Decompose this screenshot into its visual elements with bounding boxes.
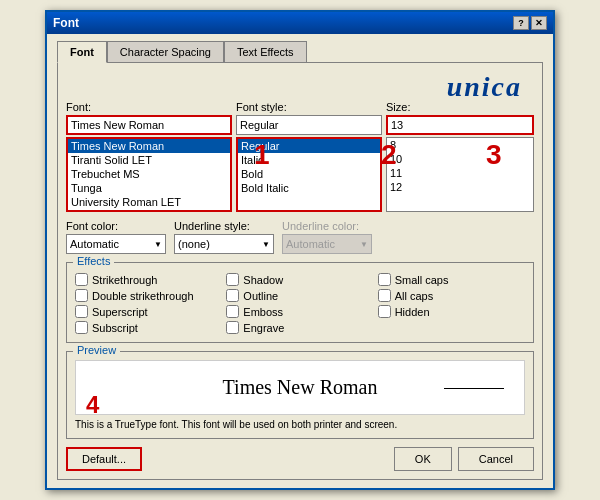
ok-cancel-buttons: OK Cancel	[394, 447, 534, 471]
underline-style-value: (none)	[178, 238, 210, 250]
size-input[interactable]	[386, 115, 534, 135]
preview-text: Times New Roman	[223, 376, 378, 399]
hidden-checkbox[interactable]: Hidden	[378, 305, 525, 318]
red-label-4: 4	[86, 391, 99, 419]
underline-color-group: Underline color: Automatic ▼	[282, 220, 372, 254]
title-bar-buttons: ? ✕	[513, 16, 547, 30]
tab-font[interactable]: Font	[57, 41, 107, 63]
underline-color-select: Automatic ▼	[282, 234, 372, 254]
all-caps-input[interactable]	[378, 289, 391, 302]
dialog-title: Font	[53, 16, 79, 30]
preview-box: 4 Times New Roman	[75, 360, 525, 415]
double-strikethrough-checkbox[interactable]: Double strikethrough	[75, 289, 222, 302]
small-caps-input[interactable]	[378, 273, 391, 286]
underline-style-group: Underline style: (none) ▼	[174, 220, 274, 254]
size-listbox[interactable]: 8 10 11 12	[386, 137, 534, 212]
ok-button[interactable]: OK	[394, 447, 452, 471]
default-button[interactable]: Default...	[66, 447, 142, 471]
tab-text-effects[interactable]: Text Effects	[224, 41, 307, 63]
unica-logo: unica	[447, 71, 522, 103]
font-listbox[interactable]: Times New Roman Tiranti Solid LET Trebuc…	[66, 137, 232, 212]
underline-color-arrow-icon: ▼	[360, 240, 368, 249]
font-fields-row: Font: Times New Roman Tiranti Solid LET …	[66, 101, 534, 212]
title-bar: Font ? ✕	[47, 12, 553, 34]
font-color-value: Automatic	[70, 238, 119, 250]
superscript-input[interactable]	[75, 305, 88, 318]
preview-underline	[444, 388, 504, 389]
style-label: Font style:	[236, 101, 382, 113]
red-label-3: 3	[486, 139, 502, 171]
shadow-input[interactable]	[226, 273, 239, 286]
underline-color-label: Underline color:	[282, 220, 372, 232]
size-field-group: Size: 8 10 11 12	[386, 101, 534, 212]
font-label: Font:	[66, 101, 232, 113]
preview-section: Preview 4 Times New Roman This is a True…	[66, 351, 534, 439]
font-field-group: Font: Times New Roman Tiranti Solid LET …	[66, 101, 232, 212]
font-dialog: Font ? ✕ Font Character Spacing Text Eff…	[45, 10, 555, 490]
underline-style-select[interactable]: (none) ▼	[174, 234, 274, 254]
underline-style-label: Underline style:	[174, 220, 274, 232]
all-caps-checkbox[interactable]: All caps	[378, 289, 525, 302]
dialog-content: Font Character Spacing Text Effects unic…	[47, 34, 553, 488]
superscript-checkbox[interactable]: Superscript	[75, 305, 222, 318]
engrave-input[interactable]	[226, 321, 239, 334]
engrave-checkbox[interactable]: Engrave	[226, 321, 373, 334]
effects-legend: Effects	[73, 255, 114, 267]
shadow-checkbox[interactable]: Shadow	[226, 273, 373, 286]
subscript-checkbox[interactable]: Subscript	[75, 321, 222, 334]
font-color-group: Font color: Automatic ▼	[66, 220, 166, 254]
red-label-2: 2	[381, 139, 397, 171]
size-label: Size:	[386, 101, 534, 113]
close-button[interactable]: ✕	[531, 16, 547, 30]
effects-section: Effects Strikethrough Double strikethrou…	[66, 262, 534, 343]
font-list-item[interactable]: Times New Roman	[68, 139, 230, 153]
emboss-checkbox[interactable]: Emboss	[226, 305, 373, 318]
size-list-item[interactable]: 8	[387, 138, 533, 152]
effects-grid: Strikethrough Double strikethrough Super…	[75, 273, 525, 334]
underline-color-value: Automatic	[286, 238, 335, 250]
small-caps-checkbox[interactable]: Small caps	[378, 273, 525, 286]
font-input[interactable]	[66, 115, 232, 135]
font-color-arrow-icon: ▼	[154, 240, 162, 249]
subscript-input[interactable]	[75, 321, 88, 334]
truetype-note: This is a TrueType font. This font will …	[75, 419, 525, 430]
color-row: Font color: Automatic ▼ Underline style:…	[66, 220, 534, 254]
preview-legend: Preview	[73, 344, 120, 356]
button-row: Default... OK Cancel	[66, 447, 534, 471]
outline-checkbox[interactable]: Outline	[226, 289, 373, 302]
emboss-input[interactable]	[226, 305, 239, 318]
outline-input[interactable]	[226, 289, 239, 302]
red-label-1: 1	[254, 139, 270, 171]
size-list-item[interactable]: 12	[387, 180, 533, 194]
strikethrough-input[interactable]	[75, 273, 88, 286]
font-color-label: Font color:	[66, 220, 166, 232]
font-color-select[interactable]: Automatic ▼	[66, 234, 166, 254]
size-list-item[interactable]: 10	[387, 152, 533, 166]
underline-style-arrow-icon: ▼	[262, 240, 270, 249]
help-button[interactable]: ?	[513, 16, 529, 30]
hidden-input[interactable]	[378, 305, 391, 318]
tabs: Font Character Spacing Text Effects	[57, 40, 543, 62]
strikethrough-checkbox[interactable]: Strikethrough	[75, 273, 222, 286]
tab-panel: unica Font: Times New Roman Tiranti Soli…	[57, 62, 543, 480]
font-list-item[interactable]: Tunga	[68, 181, 230, 195]
style-input[interactable]	[236, 115, 382, 135]
font-list-item[interactable]: Trebuchet MS	[68, 167, 230, 181]
font-list-item[interactable]: Tiranti Solid LET	[68, 153, 230, 167]
style-list-item[interactable]: Bold Italic	[238, 181, 380, 195]
size-list-item[interactable]: 11	[387, 166, 533, 180]
double-strikethrough-input[interactable]	[75, 289, 88, 302]
cancel-button[interactable]: Cancel	[458, 447, 534, 471]
font-list-item[interactable]: University Roman LET	[68, 195, 230, 209]
tab-character-spacing[interactable]: Character Spacing	[107, 41, 224, 63]
